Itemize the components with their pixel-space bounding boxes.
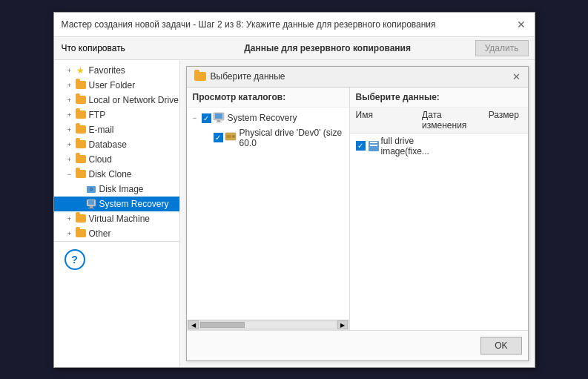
browse-tree-item-system-recovery[interactable]: − ✓ [187, 111, 349, 126]
folder-icon [75, 168, 87, 180]
tree-item-label: Favorites [89, 65, 125, 76]
svg-rect-6 [88, 208, 94, 208]
toolbar-delete-button[interactable]: Удалить [475, 40, 529, 56]
folder-icon [75, 154, 87, 165]
expander-virtual-machine[interactable]: + [65, 214, 75, 224]
main-content: + ★ Favorites + User Folder + Local or N… [54, 60, 535, 367]
help-button[interactable]: ? [65, 249, 85, 270]
dialog-body: Просмотр каталогов: − ✓ [187, 88, 528, 330]
expander-disk-image [75, 184, 85, 194]
ok-button[interactable]: OK [480, 337, 521, 355]
data-panel: Выберите данные: Имя Дата изменения Разм… [350, 88, 528, 330]
svg-point-12 [232, 135, 235, 138]
tree-item-label: Other [89, 228, 111, 239]
window-close-button[interactable]: ✕ [515, 19, 527, 30]
col-header-size: Размер [489, 110, 522, 131]
svg-point-2 [90, 188, 92, 190]
expander-user-folder[interactable]: + [65, 80, 75, 90]
tree-item-disk-image[interactable]: Disk Image [54, 182, 179, 197]
folder-icon [75, 228, 87, 240]
tree-item-local-network[interactable]: + Local or Network Drive [54, 93, 179, 108]
expander-local-network[interactable]: + [65, 95, 75, 105]
folder-icon [75, 124, 87, 136]
scroll-thumb[interactable] [200, 322, 245, 328]
tree-item-label: Disk Clone [89, 169, 132, 179]
toolbar-what-to-copy-label: Что копировать [54, 43, 180, 53]
expander-email[interactable]: + [65, 125, 75, 135]
dialog-title-bar: Выберите данные ✕ [187, 67, 528, 88]
browse-dialog: Выберите данные ✕ Просмотр каталогов: − [186, 66, 529, 361]
expander-browse-sr[interactable]: − [190, 113, 200, 123]
tree-item-virtual-machine[interactable]: + Virtual Machine [54, 211, 179, 226]
folder-icon [75, 109, 87, 121]
star-icon: ★ [75, 65, 87, 76]
dialog-title-text: Выберите данные [211, 71, 285, 82]
tree-item-label: Database [89, 139, 127, 150]
right-panel: Выберите данные ✕ Просмотр каталогов: − [180, 60, 535, 367]
dialog-title-content: Выберите данные [194, 71, 285, 82]
cb-physical-drive[interactable]: ✓ [214, 133, 223, 142]
expander-favorites[interactable]: + [65, 65, 75, 76]
expander-browse-drive [202, 133, 212, 143]
svg-rect-9 [217, 120, 220, 122]
toolbar: Что копировать Данные для резервного коп… [54, 37, 535, 60]
tree-item-label: E-mail [89, 125, 114, 135]
toolbar-backup-data-label: Данные для резервного копирования [180, 40, 475, 56]
checkbox-physical-drive[interactable]: ✓ [214, 133, 223, 142]
data-panel-header: Выберите данные: [350, 88, 528, 108]
tree-item-database[interactable]: + Database [54, 137, 179, 152]
left-panel: + ★ Favorites + User Folder + Local or N… [54, 60, 180, 367]
scroll-right-button[interactable]: ▶ [337, 320, 348, 329]
dialog-close-button[interactable]: ✕ [512, 71, 521, 82]
data-table-header: Имя Дата изменения Размер [350, 108, 528, 134]
pc-icon [85, 198, 97, 210]
browse-tree-item-physical-drive[interactable]: ✓ Physical drive 'Dev0' (size 60 [187, 126, 349, 150]
expander-ftp[interactable]: + [65, 110, 75, 120]
browse-panel: Просмотр каталогов: − ✓ [187, 88, 350, 330]
folder-icon [75, 94, 87, 106]
expander-disk-clone[interactable]: − [65, 169, 75, 179]
main-window: Мастер создания новой задачи - Шаг 2 из … [53, 12, 535, 368]
expander-system-recovery [75, 199, 85, 209]
svg-rect-8 [215, 113, 222, 119]
dialog-footer: OK [187, 330, 528, 360]
tree-item-label: System Recovery [99, 199, 169, 209]
tree-item-user-folder[interactable]: + User Folder [54, 78, 179, 93]
tree-item-label: Disk Image [99, 184, 144, 194]
tree-item-label: Virtual Machine [89, 214, 151, 224]
tree-item-favorites[interactable]: + ★ Favorites [54, 63, 179, 78]
browse-horizontal-scrollbar[interactable]: ◀ ▶ [187, 320, 349, 330]
row-cb-full-drive[interactable]: ✓ [356, 141, 366, 151]
browse-tree: − ✓ [187, 108, 349, 320]
tree-item-other[interactable]: + Other [54, 226, 179, 241]
tree-item-system-recovery[interactable]: System Recovery [54, 197, 179, 211]
expander-database[interactable]: + [65, 139, 75, 150]
row-name-label: full drive image(fixe... [381, 136, 437, 156]
browse-tree-label-drive: Physical drive 'Dev0' (size 60.0 [240, 128, 346, 148]
col-header-name: Имя [356, 110, 423, 131]
tree-item-cloud[interactable]: + Cloud [54, 152, 179, 167]
dialog-folder-icon [194, 72, 206, 81]
tree-item-label: FTP [89, 110, 106, 120]
browse-panel-header: Просмотр каталогов: [187, 88, 349, 108]
row-checkbox[interactable]: ✓ [356, 141, 366, 151]
svg-rect-10 [216, 122, 222, 122]
cb-system-recovery[interactable]: ✓ [202, 113, 211, 123]
tree-item-ftp[interactable]: + FTP [54, 108, 179, 122]
scroll-left-button[interactable]: ◀ [188, 320, 199, 329]
tree-item-disk-clone[interactable]: − Disk Clone [54, 167, 179, 182]
table-row[interactable]: ✓ full drive image(fixe... [350, 134, 528, 159]
expander-other[interactable]: + [65, 228, 75, 239]
scroll-track [200, 322, 336, 328]
folder-icon [75, 213, 87, 225]
pc-icon-browse [213, 112, 225, 125]
data-table: Имя Дата изменения Размер ✓ full drive i… [350, 108, 528, 330]
tree-item-email[interactable]: + E-mail [54, 122, 179, 137]
file-icon [369, 141, 379, 151]
expander-cloud[interactable]: + [65, 154, 75, 165]
svg-rect-4 [88, 200, 94, 205]
tree-item-label: Cloud [89, 154, 112, 165]
checkbox-system-recovery[interactable]: ✓ [202, 113, 211, 123]
svg-rect-5 [90, 206, 93, 208]
tree-item-label: Local or Network Drive [89, 95, 179, 105]
